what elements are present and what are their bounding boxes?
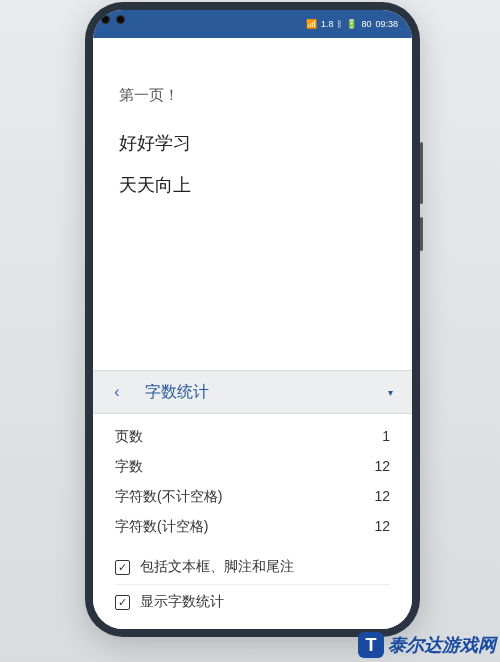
stat-label: 字符数(不计空格) bbox=[115, 488, 222, 506]
stat-row: 字数 12 bbox=[115, 452, 390, 482]
power-button bbox=[420, 217, 423, 251]
phone-frame: 📶 1.8 ᛒ 🔋 80 09:38 第一页！ 好好学习 天天向上 ‹ 字数统计… bbox=[85, 2, 420, 637]
document-line: 好好学习 bbox=[119, 131, 386, 155]
word-count-panel: ‹ 字数统计 ▾ 页数 1 字数 12 字符数(不计空格) 12 字符数( bbox=[93, 370, 412, 629]
signal-icon: 📶 bbox=[306, 19, 317, 29]
stat-row: 页数 1 bbox=[115, 422, 390, 452]
stat-label: 字数 bbox=[115, 458, 143, 476]
stat-value: 12 bbox=[374, 488, 390, 506]
status-bar: 📶 1.8 ᛒ 🔋 80 09:38 bbox=[93, 10, 412, 38]
stats-list: 页数 1 字数 12 字符数(不计空格) 12 字符数(计空格) 12 bbox=[93, 414, 412, 546]
watermark-icon: T bbox=[358, 632, 384, 658]
stat-value: 12 bbox=[374, 518, 390, 536]
stat-value: 12 bbox=[374, 458, 390, 476]
stat-label: 字符数(计空格) bbox=[115, 518, 208, 536]
stat-row: 字符数(不计空格) 12 bbox=[115, 482, 390, 512]
signal-text: 1.8 bbox=[321, 19, 334, 29]
watermark: T 泰尔达游戏网 bbox=[358, 632, 496, 658]
stat-value: 1 bbox=[382, 428, 390, 446]
camera-icon bbox=[116, 15, 125, 24]
document-line: 天天向上 bbox=[119, 173, 386, 197]
checkbox-row[interactable]: ✓ 包括文本框、脚注和尾注 bbox=[115, 550, 390, 584]
panel-header: ‹ 字数统计 ▾ bbox=[93, 370, 412, 414]
watermark-text: 泰尔达游戏网 bbox=[388, 633, 496, 657]
checkbox-icon[interactable]: ✓ bbox=[115, 560, 130, 575]
battery-text: 80 bbox=[361, 19, 371, 29]
camera-icon bbox=[101, 15, 110, 24]
camera-notch bbox=[101, 15, 125, 24]
screen: 📶 1.8 ᛒ 🔋 80 09:38 第一页！ 好好学习 天天向上 ‹ 字数统计… bbox=[93, 10, 412, 629]
document-line: 第一页！ bbox=[119, 86, 386, 105]
checkbox-label: 显示字数统计 bbox=[140, 593, 224, 611]
options-list: ✓ 包括文本框、脚注和尾注 ✓ 显示字数统计 bbox=[93, 546, 412, 629]
bluetooth-icon: ᛒ bbox=[337, 19, 342, 29]
clock-text: 09:38 bbox=[375, 19, 398, 29]
checkbox-label: 包括文本框、脚注和尾注 bbox=[140, 558, 294, 576]
checkbox-row[interactable]: ✓ 显示字数统计 bbox=[115, 584, 390, 619]
battery-icon: 🔋 bbox=[346, 19, 357, 29]
back-button[interactable]: ‹ bbox=[105, 383, 129, 401]
chevron-down-icon[interactable]: ▾ bbox=[380, 387, 400, 398]
stat-row: 字符数(计空格) 12 bbox=[115, 512, 390, 542]
volume-button bbox=[420, 142, 423, 204]
document-area[interactable]: 第一页！ 好好学习 天天向上 bbox=[93, 38, 412, 370]
panel-title: 字数统计 bbox=[129, 382, 380, 403]
checkbox-icon[interactable]: ✓ bbox=[115, 595, 130, 610]
stat-label: 页数 bbox=[115, 428, 143, 446]
